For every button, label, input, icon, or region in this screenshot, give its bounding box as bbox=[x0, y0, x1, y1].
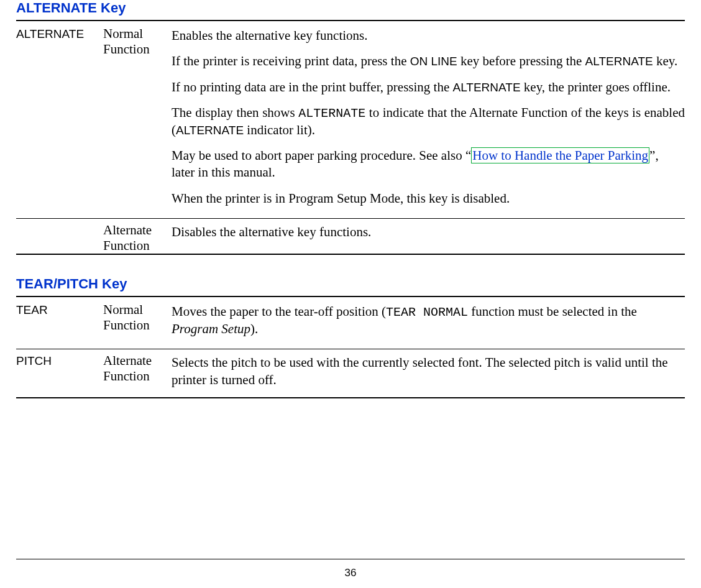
desc-paragraph: Enables the alternative key functions. bbox=[172, 27, 685, 44]
sans-inline-text: ALTERNATE bbox=[176, 124, 244, 137]
desc-paragraph: If no printing data are in the print buf… bbox=[172, 79, 685, 96]
text-span: key, the printer goes offline. bbox=[521, 80, 671, 94]
func-label: Alternate Function bbox=[103, 352, 172, 384]
desc-cell: Moves the paper to the tear-off position… bbox=[172, 301, 685, 346]
text-span: indicator lit). bbox=[244, 122, 315, 137]
table-row: PITCH Alternate Function Selects the pit… bbox=[16, 352, 685, 397]
key-label: PITCH bbox=[16, 352, 103, 368]
row-divider bbox=[16, 349, 685, 349]
func-label: Normal Function bbox=[103, 301, 172, 333]
desc-paragraph: Selects the pitch to be used with the cu… bbox=[172, 354, 685, 388]
text-span: ). bbox=[250, 321, 258, 336]
desc-cell: Enables the alternative key functions.If… bbox=[172, 25, 685, 216]
text-span: key before pressing the bbox=[457, 53, 585, 68]
desc-paragraph: May be used to abort paper parking proce… bbox=[172, 147, 685, 181]
section-title-alternate: ALTERNATE Key bbox=[16, 0, 685, 16]
table-row: TEAR Normal Function Moves the paper to … bbox=[16, 301, 685, 346]
key-label bbox=[16, 221, 103, 224]
section-rule bbox=[16, 20, 685, 21]
desc-paragraph: If the printer is receiving print data, … bbox=[172, 53, 685, 70]
text-span: Moves the paper to the tear-off position… bbox=[172, 304, 386, 319]
key-label: TEAR bbox=[16, 301, 103, 317]
func-label: Alternate Function bbox=[103, 221, 172, 254]
text-span: function must be selected in the bbox=[468, 304, 637, 319]
text-span: May be used to abort paper parking proce… bbox=[172, 148, 471, 163]
sans-inline-text: ALTERNATE bbox=[585, 55, 653, 68]
desc-cell: Disables the alternative key functions. bbox=[172, 221, 685, 249]
text-span: The display then shows bbox=[172, 105, 298, 120]
desc-cell: Selects the pitch to be used with the cu… bbox=[172, 352, 685, 397]
table-row: Alternate Function Disables the alternat… bbox=[16, 221, 685, 254]
text-span: If no printing data are in the print buf… bbox=[172, 80, 452, 94]
text-span: Disables the alternative key functions. bbox=[172, 224, 371, 239]
section-end-rule bbox=[16, 254, 685, 255]
row-divider bbox=[16, 218, 685, 219]
text-span: When the printer is in Program Setup Mod… bbox=[172, 191, 510, 206]
sans-inline-text: ON LINE bbox=[410, 55, 457, 68]
section-title-tearpitch: TEAR/PITCH Key bbox=[16, 276, 685, 292]
desc-paragraph: The display then shows ALTERNATE to indi… bbox=[172, 104, 685, 139]
key-label: ALTERNATE bbox=[16, 25, 103, 41]
italic-text: Program Setup bbox=[172, 321, 250, 336]
section-rule bbox=[16, 296, 685, 297]
table-row: ALTERNATE Normal Function Enables the al… bbox=[16, 25, 685, 216]
text-span: Enables the alternative key functions. bbox=[172, 28, 367, 43]
cross-ref-link[interactable]: How to Handle the Paper Parking bbox=[471, 147, 649, 163]
page-number: 36 bbox=[0, 567, 701, 579]
mono-inline-text: TEAR NORMAL bbox=[386, 305, 468, 319]
footer-rule bbox=[16, 559, 685, 559]
desc-paragraph: Disables the alternative key functions. bbox=[172, 224, 685, 241]
text-span: Selects the pitch to be used with the cu… bbox=[172, 355, 668, 387]
text-span: key. bbox=[653, 53, 677, 68]
mono-inline-text: ALTERNATE bbox=[298, 106, 365, 121]
desc-paragraph: When the printer is in Program Setup Mod… bbox=[172, 190, 685, 207]
section-end-rule bbox=[16, 397, 685, 398]
func-label: Normal Function bbox=[103, 25, 172, 57]
text-span: If the printer is receiving print data, … bbox=[172, 53, 410, 68]
sans-inline-text: ALTERNATE bbox=[452, 81, 520, 94]
desc-paragraph: Moves the paper to the tear-off position… bbox=[172, 303, 685, 338]
